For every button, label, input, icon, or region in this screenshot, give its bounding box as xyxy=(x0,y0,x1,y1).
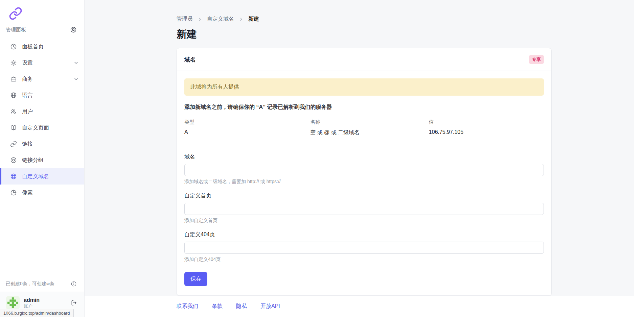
link-logo-icon xyxy=(9,7,84,20)
link-icon xyxy=(10,141,17,147)
book-icon xyxy=(10,124,17,131)
homepage-field: 自定义首页 添加自定义首页 xyxy=(184,192,544,224)
briefcase-icon xyxy=(10,76,17,82)
homepage-label: 自定义首页 xyxy=(184,192,544,199)
avatar[interactable] xyxy=(6,296,20,310)
dns-col-value: 值 xyxy=(429,119,544,125)
breadcrumb: 管理员 自定义域名 新建 xyxy=(177,16,644,23)
exclusive-badge: 专享 xyxy=(529,55,544,64)
quota-row: 已创建0条，可创建∞条 xyxy=(0,277,84,292)
sidebar-item-links[interactable]: 链接 xyxy=(0,136,84,152)
dns-section: 此域将为所有人提供 添加新域名之前，请确保你的 “A” 记录已解析到我们的服务器… xyxy=(177,71,551,145)
footer-link-open-api[interactable]: 开放API xyxy=(260,303,280,310)
domain-field: 域名 添加域名或二级域名，需要加 http:// 或 https:// xyxy=(184,153,544,185)
chevron-down-icon xyxy=(73,60,79,66)
card-header: 域名 专享 xyxy=(177,48,551,71)
footer-link-contact[interactable]: 联系我们 xyxy=(177,303,198,310)
account-circle-icon[interactable] xyxy=(70,26,77,33)
domain-label: 域名 xyxy=(184,153,544,161)
breadcrumb-admin[interactable]: 管理员 xyxy=(177,16,193,23)
info-icon[interactable] xyxy=(71,281,77,287)
homepage-help: 添加自定义首页 xyxy=(184,218,544,224)
sidebar-item-dashboard[interactable]: 面板首页 xyxy=(0,39,84,55)
sidebar-item-settings[interactable]: 设置 xyxy=(0,55,84,71)
sidebar-item-label: 商务 xyxy=(22,76,33,83)
app-root: 管理面板 面板首页 设置 xyxy=(0,0,644,317)
card-title: 域名 xyxy=(184,56,196,64)
page-title: 新建 xyxy=(177,27,644,41)
domain-form: 域名 添加域名或二级域名，需要加 http:// 或 https:// 自定义首… xyxy=(177,145,551,295)
domain-card: 域名 专享 此域将为所有人提供 添加新域名之前，请确保你的 “A” 记录已解析到… xyxy=(177,48,552,296)
footer-link-privacy[interactable]: 隐私 xyxy=(236,303,247,310)
chevron-down-icon xyxy=(73,76,79,82)
sidebar-item-users[interactable]: 用户 xyxy=(0,103,84,120)
sidebar-item-label: 链接分组 xyxy=(22,157,44,164)
notfound-input[interactable] xyxy=(184,242,544,254)
breadcrumb-current: 新建 xyxy=(248,16,259,23)
dns-instruction: 添加新域名之前，请确保你的 “A” 记录已解析到我们的服务器 xyxy=(184,104,544,111)
sidebar-item-label: 自定义域名 xyxy=(22,173,49,180)
status-link-tooltip: 1066.b.rglxc.top/admin/dashboard xyxy=(0,309,74,317)
logout-icon[interactable] xyxy=(71,299,77,306)
sidebar-item-label: 面板首页 xyxy=(22,43,44,50)
sidebar-item-label: 用户 xyxy=(22,108,33,115)
globe-icon xyxy=(10,92,17,99)
quota-text: 已创建0条，可创建∞条 xyxy=(6,281,54,287)
save-button[interactable]: 保存 xyxy=(184,272,207,286)
breadcrumb-custom-domains[interactable]: 自定义域名 xyxy=(207,16,234,23)
user-meta: admin 账户 xyxy=(24,297,40,309)
notfound-help: 添加自定义404页 xyxy=(184,257,544,263)
scrollbar[interactable] xyxy=(634,0,644,317)
chevron-right-icon xyxy=(198,17,202,22)
sidebar-item-link-groups[interactable]: 链接分组 xyxy=(0,152,84,168)
sidebar-item-label: 像素 xyxy=(22,189,33,196)
app-logo[interactable] xyxy=(0,0,84,22)
users-icon xyxy=(10,108,17,115)
notfound-field: 自定义404页 添加自定义404页 xyxy=(184,231,544,263)
sidebar-item-business[interactable]: 商务 xyxy=(0,71,84,87)
dns-val-type: A xyxy=(184,129,310,136)
notfound-label: 自定义404页 xyxy=(184,231,544,238)
main-area: 管理员 自定义域名 新建 新建 域名 专享 此域将为所有人提供 添加新域 xyxy=(85,0,644,317)
target-icon xyxy=(10,157,17,164)
homepage-input[interactable] xyxy=(184,203,544,215)
dns-record-table: 类型 名称 值 A 空 或 @ 或 二级域名 106.75.97.105 xyxy=(184,119,544,136)
sidebar-item-language[interactable]: 语言 xyxy=(0,87,84,103)
content: 管理员 自定义域名 新建 新建 域名 专享 此域将为所有人提供 添加新域 xyxy=(85,0,644,296)
footer-link-terms[interactable]: 条款 xyxy=(212,303,223,310)
user-role: 账户 xyxy=(24,303,40,309)
gear-icon xyxy=(10,59,17,66)
domain-help: 添加域名或二级域名，需要加 http:// 或 https:// xyxy=(184,179,544,185)
domain-input[interactable] xyxy=(184,164,544,176)
dns-val-name: 空 或 @ 或 二级域名 xyxy=(310,129,429,136)
sidebar-item-label: 链接 xyxy=(22,141,33,148)
sidebar-item-pixels[interactable]: 像素 xyxy=(0,185,84,201)
domain-globe-icon xyxy=(10,173,17,180)
dashboard-icon xyxy=(10,43,17,50)
sidebar-item-label: 设置 xyxy=(22,59,33,67)
chevron-right-icon xyxy=(239,17,244,22)
pixel-icon xyxy=(10,189,17,196)
dns-col-type: 类型 xyxy=(184,119,310,125)
sidebar-item-label: 语言 xyxy=(22,92,33,99)
sidebar-header: 管理面板 xyxy=(0,22,84,36)
sidebar: 管理面板 面板首页 设置 xyxy=(0,0,85,317)
dns-val-value: 106.75.97.105 xyxy=(429,129,544,136)
user-name: admin xyxy=(24,297,40,303)
page-footer: 联系我们 条款 隐私 开放API xyxy=(85,296,644,317)
sidebar-title: 管理面板 xyxy=(6,27,26,33)
sidebar-item-custom-domains[interactable]: 自定义域名 xyxy=(0,168,84,185)
notice-banner: 此域将为所有人提供 xyxy=(184,78,544,96)
dns-col-name: 名称 xyxy=(310,119,429,125)
sidebar-item-custom-pages[interactable]: 自定义页面 xyxy=(0,120,84,136)
sidebar-menu: 面板首页 设置 商务 xyxy=(0,36,84,201)
sidebar-item-label: 自定义页面 xyxy=(22,124,49,131)
